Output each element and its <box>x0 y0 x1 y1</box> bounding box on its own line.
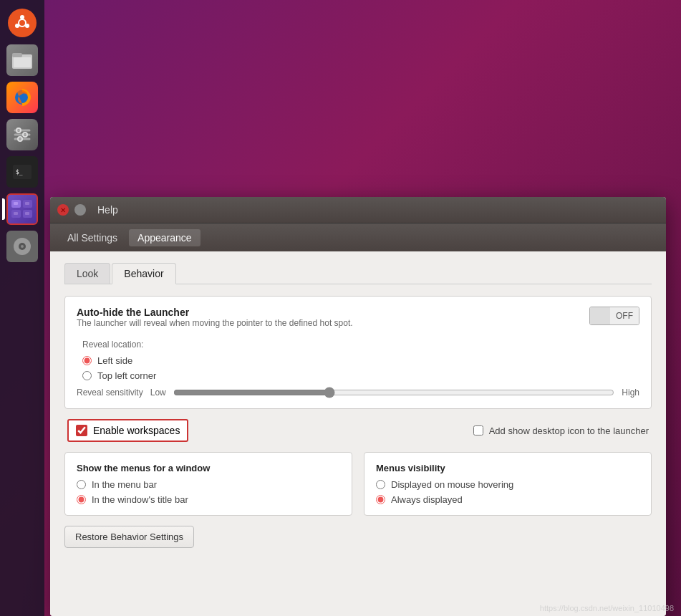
autohide-desc: The launcher will reveal when moving the… <box>77 318 353 328</box>
svg-rect-23 <box>14 212 18 215</box>
high-label: High <box>622 388 639 398</box>
radio-menu-bar-input[interactable] <box>77 480 86 489</box>
radio-mouse-hover-label: Displayed on mouse hovering <box>391 479 513 490</box>
reveal-sensitivity-label: Reveal sensitivity <box>77 388 143 398</box>
svg-text:$_: $_ <box>16 169 23 175</box>
autohide-title-group: Auto-hide the Launcher The launcher will… <box>77 307 353 335</box>
taskbar-icon-terminal[interactable]: $_ <box>5 155 39 189</box>
content-area: Look Behavior Auto-hide the Launcher The… <box>50 251 666 616</box>
two-col-section: Show the menus for a window In the menu … <box>64 452 652 516</box>
add-show-desktop-label: Add show desktop icon to the launcher <box>489 425 649 436</box>
radio-title-bar[interactable]: In the window's title bar <box>77 494 340 505</box>
window-title: Help <box>97 204 118 216</box>
show-menus-title: Show the menus for a window <box>77 463 340 473</box>
svg-point-27 <box>21 245 24 248</box>
url-bar: https://blog.csdn.net/weixin_11010498 <box>540 604 674 612</box>
titlebar: ✕ Help <box>50 197 666 223</box>
navbar: All Settings Appearance <box>50 223 666 251</box>
radio-always-displayed-label: Always displayed <box>391 494 463 505</box>
minimize-button[interactable] <box>74 204 86 216</box>
radio-title-bar-label: In the window's title bar <box>92 494 188 505</box>
taskbar-icon-firefox[interactable] <box>5 80 39 115</box>
taskbar-icon-disk[interactable] <box>5 229 39 264</box>
show-menus-section: Show the menus for a window In the menu … <box>64 452 352 516</box>
close-button[interactable]: ✕ <box>57 204 69 216</box>
add-show-desktop-row[interactable]: Add show desktop icon to the launcher <box>473 425 649 436</box>
nav-appearance[interactable]: Appearance <box>129 229 201 246</box>
main-window: ✕ Help All Settings Appearance Look Beha… <box>50 197 666 616</box>
radio-menu-bar[interactable]: In the menu bar <box>77 479 340 490</box>
svg-rect-22 <box>25 202 29 205</box>
toggle-track <box>590 307 610 324</box>
radio-title-bar-input[interactable] <box>77 495 86 504</box>
workspaces-row: Enable workspaces Add show desktop icon … <box>64 419 652 442</box>
restore-row: Restore Behavior Settings <box>64 526 652 548</box>
low-label: Low <box>150 388 166 398</box>
radio-mouse-hover-input[interactable] <box>376 480 385 489</box>
radio-top-left-input[interactable] <box>82 371 92 380</box>
toggle-label: OFF <box>610 307 639 324</box>
restore-button[interactable]: Restore Behavior Settings <box>64 526 194 548</box>
radio-always-displayed[interactable]: Always displayed <box>376 494 639 505</box>
menus-visibility-options: Displayed on mouse hovering Always displ… <box>376 479 639 505</box>
tab-look[interactable]: Look <box>64 263 110 284</box>
show-menus-options: In the menu bar In the window's title ba… <box>77 479 340 505</box>
enable-workspaces-checkbox[interactable]: Enable workspaces <box>67 419 188 442</box>
enable-workspaces-input[interactable] <box>76 425 87 436</box>
taskbar-icon-ubuntu[interactable] <box>5 6 39 40</box>
svg-rect-7 <box>14 57 31 67</box>
radio-left-side-label: Left side <box>97 355 132 366</box>
radio-top-left[interactable]: Top left corner <box>82 370 639 381</box>
radio-menu-bar-label: In the menu bar <box>92 479 157 490</box>
tab-behavior[interactable]: Behavior <box>112 263 175 284</box>
taskbar-icon-files[interactable] <box>5 43 39 77</box>
autohide-toggle[interactable]: OFF <box>589 307 639 325</box>
reveal-sensitivity-row: Reveal sensitivity Low High <box>77 387 639 398</box>
radio-left-side[interactable]: Left side <box>82 355 639 366</box>
radio-top-left-label: Top left corner <box>97 370 156 381</box>
sensitivity-slider[interactable] <box>173 387 615 398</box>
autohide-header: Auto-hide the Launcher The launcher will… <box>77 307 639 335</box>
svg-rect-21 <box>14 202 18 205</box>
reveal-location-options: Left side Top left corner <box>82 355 639 381</box>
menus-visibility-title: Menus visibility <box>376 463 639 473</box>
radio-always-displayed-input[interactable] <box>376 495 385 504</box>
autohide-title: Auto-hide the Launcher <box>77 307 353 318</box>
menus-visibility-section: Menus visibility Displayed on mouse hove… <box>364 452 652 516</box>
add-show-desktop-input[interactable] <box>473 425 483 435</box>
taskbar-icon-settings[interactable] <box>5 117 39 152</box>
nav-all-settings[interactable]: All Settings <box>59 229 126 246</box>
svg-rect-24 <box>25 212 29 215</box>
taskbar: $_ <box>0 0 44 616</box>
tab-bar: Look Behavior <box>64 263 652 284</box>
autohide-section: Auto-hide the Launcher The launcher will… <box>64 296 652 409</box>
svg-rect-6 <box>12 53 22 57</box>
reveal-location-label: Reveal location: <box>82 340 639 350</box>
radio-mouse-hover[interactable]: Displayed on mouse hovering <box>376 479 639 490</box>
reveal-location-group: Reveal location: Left side Top left corn… <box>77 340 639 381</box>
radio-left-side-input[interactable] <box>82 356 92 365</box>
taskbar-icon-workspace[interactable] <box>5 192 39 226</box>
enable-workspaces-label: Enable workspaces <box>93 425 180 436</box>
